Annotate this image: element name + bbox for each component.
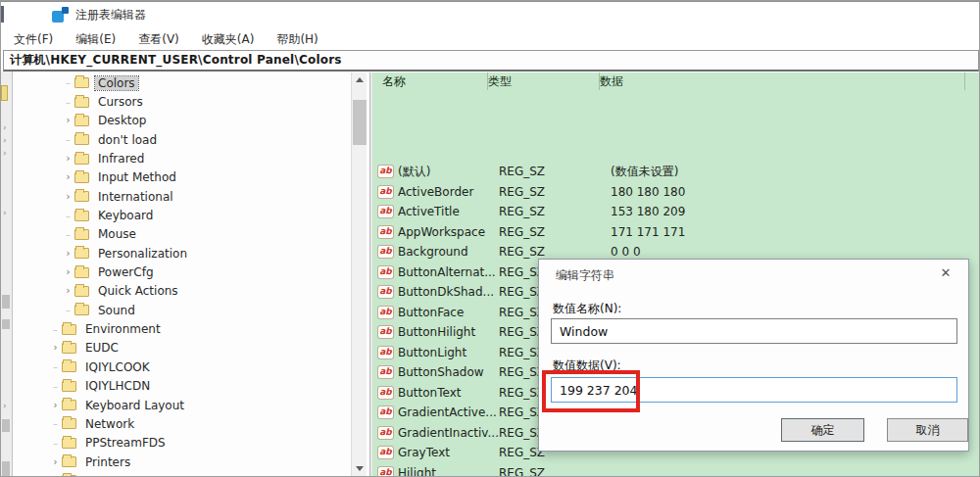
value-name-text: Window	[560, 324, 608, 339]
chevron-right-icon[interactable]: ›	[62, 249, 74, 259]
menu-help[interactable]: 帮助(H)	[276, 31, 318, 48]
value-name: ButtonLight	[398, 346, 499, 359]
arrow-up-icon	[356, 77, 364, 82]
tree-item-keyboard[interactable]: –Keyboard	[13, 206, 351, 224]
tree-connector: –	[62, 134, 74, 145]
value-name: Hilight	[398, 466, 499, 476]
column-header-type[interactable]: 类型	[488, 72, 600, 90]
value-row[interactable]: abActiveTitleREG_SZ153 180 209	[372, 202, 979, 222]
folder-icon	[62, 438, 76, 449]
value-name: AppWorkspace	[398, 225, 499, 239]
chevron-right-icon: ›	[3, 123, 7, 132]
folder-icon	[62, 381, 76, 392]
value-name: ActiveBorder	[398, 185, 499, 199]
value-data: 180 180 180	[611, 185, 685, 199]
tree-item-desktop[interactable]: ›Desktop	[13, 112, 351, 130]
reg-sz-icon: ab	[378, 366, 393, 378]
ok-button[interactable]: 确定	[781, 418, 864, 442]
chevron-right-icon[interactable]: ›	[62, 154, 74, 164]
tree-connector: –	[49, 324, 62, 335]
chevron-right-icon[interactable]: ›	[62, 286, 74, 296]
tree-item-label: Colors	[95, 76, 138, 90]
scroll-down-button[interactable]	[352, 461, 368, 476]
folder-icon	[74, 77, 89, 88]
menu-edit[interactable]: 编辑(E)	[75, 31, 116, 48]
tree-item-iqiylhcdn[interactable]: –IQIYLHCDN	[13, 377, 351, 396]
tree-item-label: Cursors	[95, 95, 146, 109]
chevron-right-icon[interactable]: ›	[62, 116, 74, 125]
reg-sz-icon: ab	[378, 387, 393, 399]
value-row[interactable]: abActiveBorderREG_SZ180 180 180	[372, 182, 979, 203]
pane-splitter[interactable]	[369, 72, 372, 476]
scroll-up-button[interactable]	[352, 72, 368, 87]
chevron-right-icon: ›	[3, 209, 7, 217]
chevron-right-icon[interactable]: ›	[49, 401, 62, 410]
value-name: ButtonShadow	[398, 365, 499, 379]
column-header-data[interactable]: 数据	[600, 72, 965, 90]
cropped-left-edge: › › › › ›	[1, 72, 13, 476]
registry-editor-window: 注册表编辑器 文件(F) 编辑(E) 查看(V) 收藏夹(A) 帮助(H) 计算…	[0, 0, 980, 477]
tree-item-international[interactable]: ›International	[13, 187, 351, 206]
tree-item-infrared[interactable]: ›Infrared	[13, 149, 351, 167]
tree-connector: –	[49, 418, 62, 429]
tree-item-cursors[interactable]: –Cursors	[13, 92, 351, 111]
chevron-right-icon: ›	[3, 402, 7, 410]
folder-icon	[74, 191, 89, 202]
tree-item-label: Desktop	[95, 114, 150, 127]
value-data-input[interactable]: 199 237 204	[551, 377, 957, 403]
chevron-right-icon[interactable]: ›	[49, 343, 62, 353]
tree-item-don-t-load[interactable]: –don't load	[13, 130, 351, 149]
reg-sz-icon: ab	[378, 286, 393, 298]
folder-icon	[74, 267, 89, 278]
reg-sz-icon: ab	[378, 226, 393, 238]
tree-item-label: Input Method	[95, 170, 179, 184]
tree-item-powercfg[interactable]: ›PowerCfg	[13, 262, 351, 281]
tree-item-keyboard-layout[interactable]: ›Keyboard Layout	[13, 396, 351, 414]
tree-item-environment[interactable]: –Environment	[13, 319, 351, 338]
close-icon[interactable]: ✕	[935, 264, 956, 282]
address-bar[interactable]: 计算机\HKEY_CURRENT_USER\Control Panel\Colo…	[3, 50, 979, 72]
value-data-text: 199 237 204	[560, 383, 638, 398]
tree-item-mouse[interactable]: –Mouse	[13, 225, 351, 244]
scrollbar-thumb[interactable]	[353, 100, 367, 145]
chevron-right-icon[interactable]: ›	[62, 172, 74, 182]
chevron-right-icon[interactable]: ›	[62, 267, 74, 277]
value-row[interactable]: ab(默认)REG_SZ(数值未设置)	[372, 162, 979, 182]
tree-item-personalization[interactable]: ›Personalization	[13, 244, 351, 262]
menu-favorites[interactable]: 收藏夹(A)	[202, 31, 255, 48]
tree-item-input-method[interactable]: ›Input Method	[13, 168, 351, 187]
value-row[interactable]: abAppWorkspaceREG_SZ171 171 171	[372, 222, 979, 243]
tree-item-colors[interactable]: –Colors	[13, 73, 351, 92]
cancel-button[interactable]: 取消	[887, 418, 968, 442]
registry-path: 计算机\HKEY_CURRENT_USER\Control Panel\Colo…	[4, 52, 342, 69]
tree-item-eudc[interactable]: ›EUDC	[13, 339, 351, 358]
value-name: ButtonText	[398, 386, 499, 400]
column-header-name[interactable]: 名称	[372, 72, 488, 90]
menu-bar: 文件(F) 编辑(E) 查看(V) 收藏夹(A) 帮助(H)	[1, 28, 979, 50]
tree-item[interactable]: –	[13, 471, 351, 476]
chevron-right-icon[interactable]: ›	[62, 192, 74, 202]
tree-item-network[interactable]: –Network	[13, 414, 351, 433]
tree-item-ppstreamfds[interactable]: –PPStreamFDS	[13, 434, 351, 453]
menu-file[interactable]: 文件(F)	[14, 31, 53, 48]
chevron-right-icon: ›	[3, 149, 7, 158]
folder-icon	[1, 85, 8, 101]
tree-scrollbar[interactable]	[351, 72, 367, 476]
tree-item-quick-actions[interactable]: ›Quick Actions	[13, 282, 351, 301]
tree-item-printers[interactable]: ›Printers	[13, 453, 351, 471]
menu-view[interactable]: 查看(V)	[138, 31, 179, 48]
value-name: GradientInactiv...	[398, 426, 499, 440]
tree-item-sound[interactable]: –Sound	[13, 301, 351, 319]
folder-icon	[74, 154, 89, 165]
value-name-input[interactable]: Window	[551, 318, 957, 344]
value-name: GrayText	[398, 446, 499, 459]
reg-sz-icon: ab	[378, 266, 393, 278]
chevron-right-icon[interactable]: ›	[49, 457, 62, 467]
reg-sz-icon: ab	[378, 206, 393, 217]
title-bar: 注册表编辑器	[1, 1, 979, 28]
value-name: ButtonDkShad...	[398, 285, 499, 299]
tree-item-iqiylcook[interactable]: –IQIYLCOOK	[13, 358, 351, 376]
value-row[interactable]: abHilightREG_SZ	[372, 463, 979, 477]
folder-icon	[74, 211, 89, 221]
value-type: REG_SZ	[499, 466, 611, 476]
